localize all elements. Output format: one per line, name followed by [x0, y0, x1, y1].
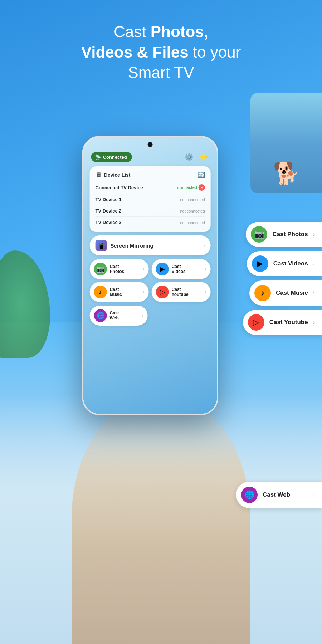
connected-device-name: Connected TV Device — [96, 185, 143, 190]
cast-youtube-pill-label: CastYoutube — [172, 287, 202, 297]
cast-music-button[interactable]: ♪ CastMusic › — [90, 282, 149, 302]
right-cast-music-label: Cast Music — [276, 289, 308, 297]
cast-web-row: 🌐 CastWeb › — [90, 306, 211, 326]
dog-icon: 🐕 — [273, 161, 300, 186]
premium-star-icon[interactable]: ⭐ — [198, 151, 209, 163]
right-cast-web-label: Cast Web — [263, 491, 290, 498]
phone-screen: 📡 Connected ⚙️ ⭐ 🖥 Devi — [83, 137, 217, 414]
cast-videos-button[interactable]: ▶ CastVideos › — [152, 259, 211, 279]
cast-photos-arrow: › — [143, 267, 145, 272]
right-cast-youtube-label: Cast Youtube — [269, 319, 308, 326]
right-cast-web-arrow: › — [313, 492, 315, 498]
connected-device-status: connected ✕ — [177, 184, 205, 191]
cast-web-right-icon: 🌐 — [241, 487, 258, 503]
refresh-icon[interactable]: 🔄 — [198, 171, 205, 178]
cast-youtube-arrow: › — [205, 289, 206, 294]
cast-music-pill-icon: ♪ — [94, 286, 107, 298]
right-cast-videos-arrow: › — [313, 260, 315, 267]
connected-text: connected — [177, 185, 197, 190]
screen-mirroring-button[interactable]: 📱 Screen Mirroring › — [90, 235, 211, 255]
cast-videos-icon: ▶ — [252, 255, 268, 272]
right-cast-photos-button[interactable]: 📷 Cast Photos › — [246, 222, 322, 247]
right-cast-music-arrow: › — [313, 290, 315, 296]
screen-mirror-arrow: › — [203, 243, 205, 248]
cast-web-arrow: › — [142, 313, 143, 318]
phone-content: 📡 Connected ⚙️ ⭐ 🖥 Devi — [83, 137, 217, 414]
device-2-status: not connected — [180, 209, 205, 213]
cast-youtube-icon: ▷ — [248, 314, 264, 331]
divider-1 — [96, 194, 205, 194]
top-action-icons: ⚙️ ⭐ — [184, 151, 209, 163]
device-2-name: TV Device 2 — [96, 208, 122, 214]
device-row-1[interactable]: TV Device 1 not connected — [96, 195, 205, 204]
device-3-status: not connected — [180, 220, 205, 225]
connected-device-row[interactable]: Connected TV Device connected ✕ — [96, 182, 205, 192]
phone-top-bar: 📡 Connected ⚙️ ⭐ — [90, 151, 211, 163]
right-feature-pills: 📷 Cast Photos › ▶ Cast Videos › ♪ Cast M… — [243, 222, 322, 335]
device-card-header: 🖥 Device List 🔄 — [96, 171, 205, 178]
device-list-card: 🖥 Device List 🔄 Connected TV Device conn… — [90, 166, 211, 232]
cast-photos-pill-label: CastPhotos — [110, 264, 140, 274]
right-cast-web-section: 🌐 Cast Web › — [236, 482, 322, 508]
right-cast-youtube-arrow: › — [313, 319, 315, 326]
cast-photos-button[interactable]: 📷 CastPhotos › — [90, 259, 149, 279]
divider-3 — [96, 216, 205, 217]
divider-2 — [96, 205, 205, 205]
cast-youtube-pill-icon: ▷ — [156, 286, 169, 298]
device-row-2[interactable]: TV Device 2 not connected — [96, 206, 205, 215]
header-text: Cast Photos,Videos & Files to yourSmart … — [21, 21, 301, 83]
connected-status-pill: 📡 Connected — [91, 152, 132, 162]
cast-grid: 📷 CastPhotos › ▶ CastVideos › ♪ CastMusi… — [90, 259, 211, 302]
cast-videos-arrow: › — [205, 267, 206, 272]
disconnect-button[interactable]: ✕ — [199, 184, 205, 191]
right-cast-youtube-button[interactable]: ▷ Cast Youtube › — [243, 310, 322, 335]
screen-mirror-icon: 📱 — [96, 240, 107, 251]
cast-youtube-button[interactable]: ▷ CastYoutube › — [152, 282, 211, 302]
device-list-icon: 🖥 — [96, 172, 101, 178]
cast-connected-icon: 📡 — [95, 154, 101, 160]
phone-mockup: 📡 Connected ⚙️ ⭐ 🖥 Devi — [82, 136, 218, 415]
header-section: Cast Photos,Videos & Files to yourSmart … — [0, 21, 322, 83]
hand-background — [72, 394, 250, 644]
phone-outer: 📡 Connected ⚙️ ⭐ 🖥 Devi — [82, 136, 218, 415]
device-3-name: TV Device 3 — [96, 220, 122, 225]
right-cast-photos-arrow: › — [313, 231, 315, 238]
cast-photos-icon: 📷 — [251, 226, 267, 243]
leaf-decoration — [0, 250, 64, 394]
connected-status-text: Connected — [103, 155, 127, 160]
right-cast-videos-button[interactable]: ▶ Cast Videos › — [247, 251, 322, 276]
settings-gear-icon[interactable]: ⚙️ — [184, 151, 195, 163]
screen-mirror-label: Screen Mirroring — [111, 243, 200, 249]
right-cast-videos-label: Cast Videos — [273, 260, 308, 267]
right-cast-photos-label: Cast Photos — [272, 231, 308, 238]
right-cast-web-button[interactable]: 🌐 Cast Web › — [236, 482, 322, 508]
cast-web-button[interactable]: 🌐 CastWeb › — [90, 306, 148, 326]
dog-photo-decoration: 🐕 — [250, 93, 322, 193]
cast-music-icon: ♪ — [254, 285, 271, 301]
phone-notch — [148, 142, 153, 147]
cast-music-pill-label: CastMusic — [110, 287, 140, 297]
cast-videos-pill-label: CastVideos — [172, 264, 202, 274]
device-1-name: TV Device 1 — [96, 197, 122, 202]
cast-web-pill-label: CastWeb — [110, 311, 139, 321]
right-cast-music-button[interactable]: ♪ Cast Music › — [249, 280, 322, 306]
cast-music-arrow: › — [143, 289, 145, 294]
device-1-status: not connected — [180, 197, 205, 202]
cast-videos-pill-icon: ▶ — [156, 263, 169, 275]
device-row-3[interactable]: TV Device 3 not connected — [96, 218, 205, 227]
cast-web-pill-icon: 🌐 — [94, 309, 107, 322]
device-card-title: 🖥 Device List — [96, 172, 131, 178]
cast-photos-pill-icon: 📷 — [94, 263, 107, 275]
